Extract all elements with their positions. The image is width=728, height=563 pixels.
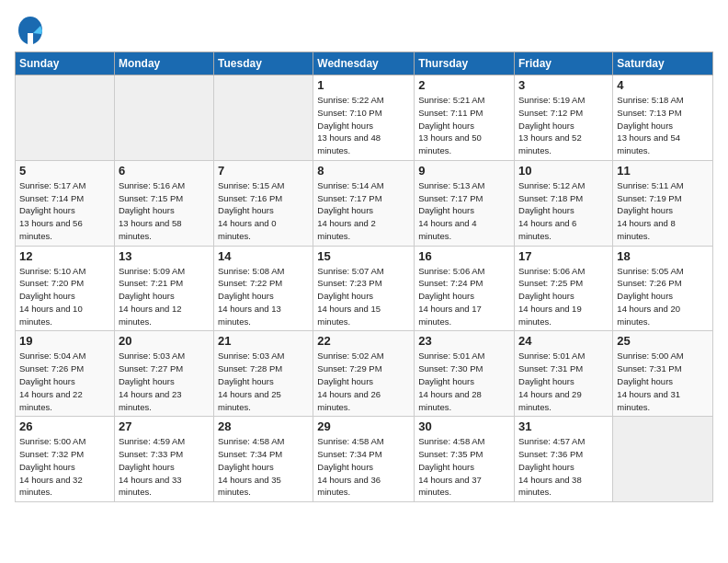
day-info: Sunrise: 5:12 AM Sunset: 7:18 PM Dayligh… [518,179,609,243]
day-info: Sunrise: 5:10 AM Sunset: 7:20 PM Dayligh… [19,265,110,328]
calendar-cell [16,75,115,161]
page-header [15,15,713,40]
calendar-cell: 10 Sunrise: 5:12 AM Sunset: 7:18 PM Dayl… [515,160,613,246]
calendar-cell: 11 Sunrise: 5:11 AM Sunset: 7:19 PM Dayl… [613,160,713,246]
day-number: 30 [418,419,510,433]
day-number: 4 [617,78,709,92]
day-info: Sunrise: 5:01 AM Sunset: 7:30 PM Dayligh… [418,350,510,413]
day-number: 29 [317,419,410,433]
calendar-cell: 12 Sunrise: 5:10 AM Sunset: 7:20 PM Dayl… [16,246,115,331]
day-info: Sunrise: 4:57 AM Sunset: 7:36 PM Dayligh… [518,435,609,499]
calendar-cell: 31 Sunrise: 4:57 AM Sunset: 7:36 PM Dayl… [515,417,613,502]
calendar-cell [114,75,213,161]
day-info: Sunrise: 5:18 AM Sunset: 7:13 PM Dayligh… [617,94,709,157]
weekday-header-wednesday: Wednesday [313,52,415,75]
day-number: 18 [617,249,709,263]
calendar-cell: 29 Sunrise: 4:58 AM Sunset: 7:34 PM Dayl… [313,417,415,502]
calendar-cell: 26 Sunrise: 5:00 AM Sunset: 7:32 PM Dayl… [16,417,115,502]
calendar-cell: 1 Sunrise: 5:22 AM Sunset: 7:10 PM Dayli… [313,75,415,161]
weekday-header-row: SundayMondayTuesdayWednesdayThursdayFrid… [16,52,713,75]
day-number: 8 [317,164,410,178]
calendar-cell: 5 Sunrise: 5:17 AM Sunset: 7:14 PM Dayli… [16,160,115,246]
day-info: Sunrise: 5:14 AM Sunset: 7:17 PM Dayligh… [317,179,410,243]
day-info: Sunrise: 5:00 AM Sunset: 7:32 PM Dayligh… [19,435,110,499]
day-info: Sunrise: 4:58 AM Sunset: 7:35 PM Dayligh… [418,435,510,499]
day-info: Sunrise: 5:11 AM Sunset: 7:19 PM Dayligh… [617,179,709,243]
day-number: 24 [518,334,609,348]
day-info: Sunrise: 5:17 AM Sunset: 7:14 PM Dayligh… [19,179,110,243]
calendar-cell: 8 Sunrise: 5:14 AM Sunset: 7:17 PM Dayli… [313,160,415,246]
day-number: 6 [119,164,210,178]
day-number: 2 [418,78,510,92]
calendar-week-1: 1 Sunrise: 5:22 AM Sunset: 7:10 PM Dayli… [16,75,713,161]
calendar-cell: 18 Sunrise: 5:05 AM Sunset: 7:26 PM Dayl… [613,246,713,331]
day-info: Sunrise: 5:00 AM Sunset: 7:31 PM Dayligh… [617,350,709,413]
calendar-cell: 24 Sunrise: 5:01 AM Sunset: 7:31 PM Dayl… [515,331,613,417]
calendar-cell: 20 Sunrise: 5:03 AM Sunset: 7:27 PM Dayl… [114,331,213,417]
day-info: Sunrise: 5:22 AM Sunset: 7:10 PM Dayligh… [317,94,410,157]
day-info: Sunrise: 5:13 AM Sunset: 7:17 PM Dayligh… [418,179,510,243]
logo [15,15,44,40]
day-number: 26 [19,419,110,433]
day-number: 14 [218,249,309,263]
calendar-table: SundayMondayTuesdayWednesdayThursdayFrid… [15,52,713,502]
calendar-cell: 22 Sunrise: 5:02 AM Sunset: 7:29 PM Dayl… [313,331,415,417]
calendar-cell: 3 Sunrise: 5:19 AM Sunset: 7:12 PM Dayli… [515,75,613,161]
calendar-cell: 30 Sunrise: 4:58 AM Sunset: 7:35 PM Dayl… [415,417,515,502]
weekday-header-monday: Monday [114,52,213,75]
day-info: Sunrise: 5:21 AM Sunset: 7:11 PM Dayligh… [418,94,510,157]
day-info: Sunrise: 4:58 AM Sunset: 7:34 PM Dayligh… [218,435,309,499]
weekday-header-saturday: Saturday [613,52,713,75]
day-number: 17 [518,249,609,263]
calendar-cell: 13 Sunrise: 5:09 AM Sunset: 7:21 PM Dayl… [114,246,213,331]
calendar-cell: 19 Sunrise: 5:04 AM Sunset: 7:26 PM Dayl… [16,331,115,417]
day-number: 12 [19,249,110,263]
day-number: 3 [518,78,609,92]
calendar-cell: 15 Sunrise: 5:07 AM Sunset: 7:23 PM Dayl… [313,246,415,331]
calendar-cell: 9 Sunrise: 5:13 AM Sunset: 7:17 PM Dayli… [415,160,515,246]
day-info: Sunrise: 5:06 AM Sunset: 7:24 PM Dayligh… [418,265,510,328]
day-info: Sunrise: 5:08 AM Sunset: 7:22 PM Dayligh… [218,265,309,328]
calendar-cell: 6 Sunrise: 5:16 AM Sunset: 7:15 PM Dayli… [114,160,213,246]
day-number: 22 [317,334,410,348]
calendar-cell: 4 Sunrise: 5:18 AM Sunset: 7:13 PM Dayli… [613,75,713,161]
day-number: 1 [317,78,410,92]
calendar-cell: 17 Sunrise: 5:06 AM Sunset: 7:25 PM Dayl… [515,246,613,331]
calendar-cell: 23 Sunrise: 5:01 AM Sunset: 7:30 PM Dayl… [415,331,515,417]
calendar-cell [214,75,313,161]
day-number: 19 [19,334,110,348]
calendar-cell: 16 Sunrise: 5:06 AM Sunset: 7:24 PM Dayl… [415,246,515,331]
day-info: Sunrise: 4:58 AM Sunset: 7:34 PM Dayligh… [317,435,410,499]
calendar-cell: 27 Sunrise: 4:59 AM Sunset: 7:33 PM Dayl… [114,417,213,502]
day-info: Sunrise: 5:03 AM Sunset: 7:27 PM Dayligh… [119,350,210,413]
day-number: 23 [418,334,510,348]
logo-icon [15,15,40,40]
day-info: Sunrise: 5:05 AM Sunset: 7:26 PM Dayligh… [617,265,709,328]
weekday-header-thursday: Thursday [415,52,515,75]
day-info: Sunrise: 5:07 AM Sunset: 7:23 PM Dayligh… [317,265,410,328]
weekday-header-tuesday: Tuesday [214,52,313,75]
calendar-cell: 25 Sunrise: 5:00 AM Sunset: 7:31 PM Dayl… [613,331,713,417]
day-info: Sunrise: 5:15 AM Sunset: 7:16 PM Dayligh… [218,179,309,243]
day-info: Sunrise: 5:09 AM Sunset: 7:21 PM Dayligh… [119,265,210,328]
calendar-week-3: 12 Sunrise: 5:10 AM Sunset: 7:20 PM Dayl… [16,246,713,331]
day-number: 5 [19,164,110,178]
day-number: 27 [119,419,210,433]
day-number: 25 [617,334,709,348]
calendar-cell: 2 Sunrise: 5:21 AM Sunset: 7:11 PM Dayli… [415,75,515,161]
calendar-cell: 21 Sunrise: 5:03 AM Sunset: 7:28 PM Dayl… [214,331,313,417]
day-info: Sunrise: 4:59 AM Sunset: 7:33 PM Dayligh… [119,435,210,499]
day-info: Sunrise: 5:04 AM Sunset: 7:26 PM Dayligh… [19,350,110,413]
day-info: Sunrise: 5:03 AM Sunset: 7:28 PM Dayligh… [218,350,309,413]
day-number: 13 [119,249,210,263]
weekday-header-sunday: Sunday [16,52,115,75]
day-number: 11 [617,164,709,178]
day-info: Sunrise: 5:06 AM Sunset: 7:25 PM Dayligh… [518,265,609,328]
day-number: 28 [218,419,309,433]
calendar-week-2: 5 Sunrise: 5:17 AM Sunset: 7:14 PM Dayli… [16,160,713,246]
calendar-cell: 7 Sunrise: 5:15 AM Sunset: 7:16 PM Dayli… [214,160,313,246]
weekday-header-friday: Friday [515,52,613,75]
day-number: 9 [418,164,510,178]
day-number: 21 [218,334,309,348]
day-number: 10 [518,164,609,178]
